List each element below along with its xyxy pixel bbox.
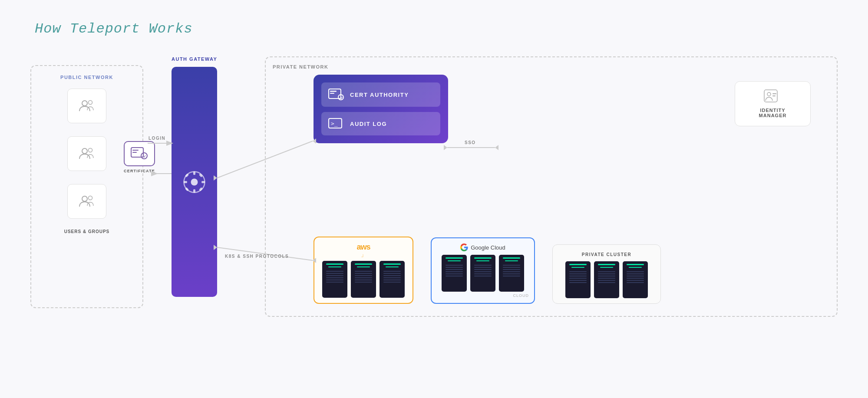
sso-label: SSO: [465, 140, 476, 145]
svg-text:✓: ✓: [143, 155, 146, 159]
private-servers-row: [558, 261, 655, 298]
aws-logo: aws: [356, 243, 370, 251]
private-network-label: PRIVATE NETWORK: [273, 64, 830, 69]
audit-log-item: >_ AUDIT LOG: [321, 112, 440, 135]
audit-log-icon: >_: [328, 118, 344, 129]
gcloud-sub-label: CLOUD: [437, 293, 529, 298]
svg-point-5: [89, 196, 92, 200]
svg-rect-8: [193, 171, 195, 175]
gcloud-label: Google Cloud: [471, 244, 505, 251]
cert-authority-label: CERT AUTHORITY: [350, 92, 409, 98]
user-card-1: [67, 89, 106, 123]
svg-rect-13: [199, 173, 203, 177]
user-card-2: [67, 136, 106, 171]
users-icon-1: [79, 99, 95, 113]
certificate-card-wrapper: ✓ CERTIFICATE: [124, 141, 155, 173]
svg-rect-11: [201, 181, 205, 183]
gcloud-cluster: Google Cloud CLOUD: [431, 237, 535, 304]
public-network-label: PUBLIC NETWORK: [40, 75, 134, 80]
svg-point-2: [82, 148, 87, 154]
certificate-label: CERTIFICATE: [124, 169, 155, 173]
page-title: How Teleport Works: [35, 21, 193, 37]
svg-rect-29: [132, 152, 137, 153]
aws-cluster-header: aws 」: [320, 243, 407, 257]
private-server-3: [623, 261, 648, 298]
svg-point-3: [89, 148, 92, 152]
login-arrow-label: LOGIN: [149, 136, 165, 141]
user-card-3: [67, 184, 106, 219]
svg-point-0: [82, 101, 87, 106]
private-network-section: PRIVATE NETWORK ✓ CERT AUTHORITY >_: [265, 56, 838, 317]
audit-log-label: AUDIT LOG: [350, 121, 387, 127]
private-server-2: [594, 261, 619, 298]
svg-rect-17: [330, 91, 337, 92]
public-network-section: PUBLIC NETWORK: [30, 65, 143, 308]
private-server-1: [565, 261, 591, 298]
auth-server-block: ✓ CERT AUTHORITY >_ AUDIT LOG: [314, 75, 448, 143]
svg-rect-10: [184, 181, 187, 183]
gcloud-server-2: [470, 255, 495, 292]
aws-server-1: [322, 261, 347, 298]
certificate-card: ✓: [124, 141, 155, 166]
svg-rect-26: [772, 95, 776, 96]
gcloud-server-1: [442, 255, 467, 292]
auth-bar: [172, 67, 217, 297]
identity-manager-label: IDENTITYMANAGER: [759, 108, 787, 118]
users-icon-3: [79, 194, 95, 208]
cert-authority-icon: ✓: [328, 89, 344, 101]
gcloud-server-3: [499, 255, 524, 292]
svg-point-4: [82, 196, 87, 201]
identity-manager-icon: [764, 89, 782, 103]
identity-manager-block: IDENTITYMANAGER: [735, 81, 811, 126]
cert-authority-item: ✓ CERT AUTHORITY: [321, 82, 440, 107]
certificate-icon: ✓: [131, 147, 148, 160]
private-cluster-label: PRIVATE CLUSTER: [582, 252, 631, 257]
svg-point-1: [89, 101, 92, 105]
teleport-logo-icon: [182, 170, 206, 194]
svg-rect-9: [193, 189, 195, 193]
svg-text:✓: ✓: [340, 96, 343, 100]
private-cluster: PRIVATE CLUSTER: [552, 244, 661, 304]
k8s-ssh-label: K8S & SSH PROTOCOLS: [225, 254, 289, 259]
svg-point-7: [191, 178, 198, 185]
private-cluster-header: PRIVATE CLUSTER: [558, 250, 655, 258]
gcloud-servers-row: [437, 255, 529, 292]
auth-gateway-wrapper: AUTH GATEWAY: [172, 56, 217, 297]
aws-server-2: [351, 261, 376, 298]
auth-gateway-label: AUTH GATEWAY: [172, 56, 217, 62]
svg-point-24: [767, 92, 771, 96]
aws-cluster: aws 」: [314, 237, 413, 304]
svg-rect-28: [132, 150, 139, 151]
aws-servers-row: [320, 261, 407, 298]
aws-server-3: [380, 261, 405, 298]
google-g-icon: [460, 243, 468, 251]
users-icon-2: [79, 147, 95, 161]
svg-rect-25: [772, 93, 776, 94]
gcloud-cluster-header: Google Cloud: [437, 243, 529, 251]
svg-text:>_: >_: [331, 120, 338, 127]
users-groups-label: USERS & GROUPS: [40, 229, 134, 234]
svg-rect-18: [330, 93, 334, 94]
